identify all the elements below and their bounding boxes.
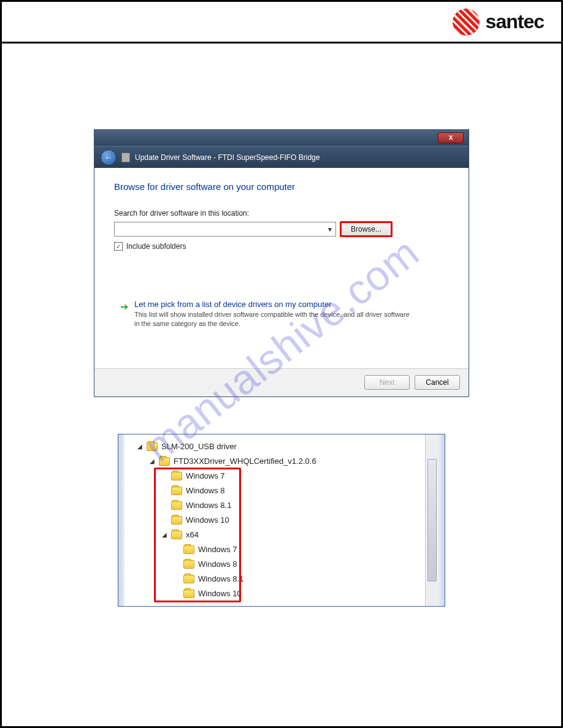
next-button-label: Next bbox=[380, 378, 395, 387]
folder-label: Windows 8 bbox=[186, 486, 225, 495]
folder-label: x64 bbox=[186, 530, 199, 539]
search-row: ▼ Browse... bbox=[114, 221, 449, 237]
next-button[interactable]: Next bbox=[364, 375, 410, 390]
collapse-icon[interactable]: ◢ bbox=[149, 458, 155, 464]
folder-label: Windows 10 bbox=[198, 589, 242, 598]
folder-icon bbox=[159, 457, 170, 466]
document-page: santec manualshive.com x ← Update Driver… bbox=[0, 0, 563, 728]
location-combobox[interactable]: ▼ bbox=[114, 222, 336, 237]
brand-name: santec bbox=[486, 10, 544, 33]
scrollbar[interactable] bbox=[425, 434, 439, 606]
folder-label: Windows 10 bbox=[186, 515, 229, 525]
include-subfolders-label: Include subfolders bbox=[126, 242, 186, 251]
search-location-label: Search for driver software in this locat… bbox=[114, 209, 449, 218]
collapse-icon[interactable]: ◢ bbox=[137, 443, 143, 450]
pick-text-block: Let me pick from a list of device driver… bbox=[134, 300, 416, 329]
pick-from-list-title: Let me pick from a list of device driver… bbox=[134, 300, 416, 309]
folder-label: Windows 7 bbox=[198, 545, 237, 554]
folder-tree: ◢ SLM-200_USB driver ◢ FTD3XXDriver_WHQL… bbox=[124, 434, 425, 606]
include-subfolders-checkbox[interactable]: ✓ bbox=[114, 242, 123, 251]
dialog-body: Browse for driver software on your compu… bbox=[94, 168, 469, 368]
include-subfolders-row[interactable]: ✓ Include subfolders bbox=[114, 242, 449, 251]
window-titlebar-top: x bbox=[94, 130, 469, 146]
tree-row-driver[interactable]: ◢ FTD3XXDriver_WHQLCertified_v1.2.0.6 bbox=[128, 454, 421, 469]
folder-icon bbox=[183, 590, 194, 598]
folder-label: FTD3XXDriver_WHQLCertified_v1.2.0.6 bbox=[174, 457, 316, 466]
cancel-button-label: Cancel bbox=[426, 378, 448, 387]
tree-row[interactable]: Windows 10 bbox=[128, 586, 421, 601]
folder-icon bbox=[183, 545, 194, 554]
right-gutter bbox=[439, 434, 445, 606]
folder-label: Windows 8.1 bbox=[186, 501, 231, 510]
close-button[interactable]: x bbox=[438, 132, 464, 143]
back-button[interactable]: ← bbox=[101, 150, 117, 165]
dialog-title: Update Driver Software - FTDI SuperSpeed… bbox=[135, 153, 320, 162]
left-gutter bbox=[118, 434, 124, 606]
collapse-icon[interactable]: ◢ bbox=[161, 531, 167, 538]
close-icon: x bbox=[449, 133, 453, 142]
browse-button[interactable]: Browse... bbox=[340, 221, 393, 237]
dialog-heading: Browse for driver software on your compu… bbox=[114, 181, 449, 192]
page-content: manualshive.com x ← Update Driver Softwa… bbox=[2, 44, 561, 607]
tree-row[interactable]: Windows 8.1 bbox=[128, 498, 421, 513]
folder-icon bbox=[171, 516, 182, 525]
tree-row[interactable]: Windows 8.1 bbox=[128, 572, 421, 586]
chevron-down-icon: ▼ bbox=[327, 226, 333, 233]
browse-button-label: Browse... bbox=[351, 225, 381, 233]
folder-icon bbox=[183, 560, 194, 569]
page-header: santec bbox=[2, 2, 561, 44]
folder-icon bbox=[171, 472, 182, 480]
tree-row[interactable]: Windows 8 bbox=[128, 483, 421, 498]
back-arrow-icon: ← bbox=[104, 153, 113, 162]
device-icon bbox=[121, 153, 130, 162]
arrow-right-icon: ➔ bbox=[120, 301, 128, 329]
checkmark-icon: ✓ bbox=[116, 243, 121, 250]
folder-icon bbox=[171, 531, 182, 539]
folder-tree-panel: ◢ SLM-200_USB driver ◢ FTD3XXDriver_WHQL… bbox=[118, 434, 445, 607]
dialog-footer: Next Cancel bbox=[94, 368, 469, 396]
folder-icon bbox=[171, 501, 182, 510]
santec-logo-icon bbox=[453, 9, 480, 36]
update-driver-dialog: x ← Update Driver Software - FTDI SuperS… bbox=[94, 129, 469, 397]
pick-from-list-description: This list will show installed driver sof… bbox=[134, 310, 416, 329]
tree-row[interactable]: Windows 7 bbox=[128, 542, 421, 557]
scrollbar-thumb[interactable] bbox=[427, 459, 437, 582]
pick-from-list-link[interactable]: ➔ Let me pick from a list of device driv… bbox=[114, 300, 449, 329]
tree-row-root[interactable]: ◢ SLM-200_USB driver bbox=[128, 439, 421, 454]
tree-row-x64[interactable]: ◢ x64 bbox=[128, 528, 421, 542]
folder-label: Windows 8 bbox=[198, 559, 237, 569]
tree-row[interactable]: Windows 8 bbox=[128, 557, 421, 572]
tree-row[interactable]: Windows 7 bbox=[128, 469, 421, 483]
tree-row[interactable]: Windows 10 bbox=[128, 513, 421, 528]
folder-label: SLM-200_USB driver bbox=[161, 442, 237, 451]
folder-label: Windows 7 bbox=[186, 471, 225, 480]
cancel-button[interactable]: Cancel bbox=[415, 375, 460, 390]
folder-label: Windows 8.1 bbox=[198, 574, 243, 583]
folder-icon bbox=[171, 487, 182, 495]
folder-icon bbox=[147, 442, 158, 451]
window-titlebar: ← Update Driver Software - FTDI SuperSpe… bbox=[94, 146, 469, 168]
folder-icon bbox=[183, 575, 194, 583]
